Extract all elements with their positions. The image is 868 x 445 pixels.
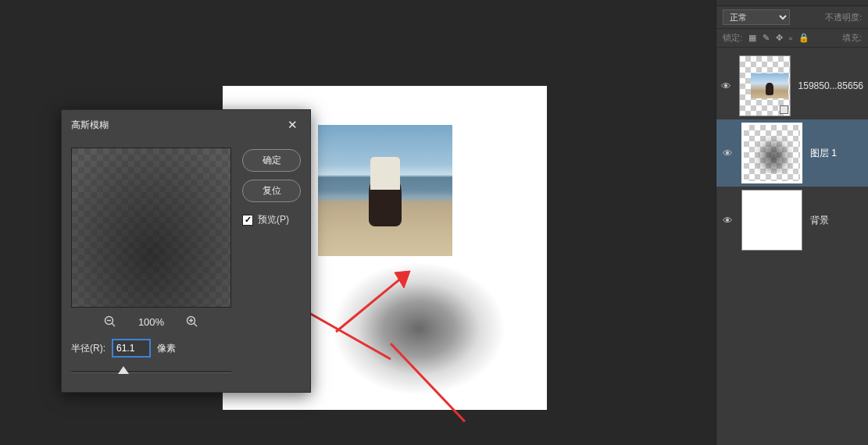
layer-thumbnail[interactable] xyxy=(741,123,802,183)
lock-move-icon[interactable]: ✥ xyxy=(776,33,783,43)
visibility-icon[interactable]: 👁 xyxy=(721,80,731,92)
layer-thumbnail[interactable] xyxy=(741,190,802,251)
beach-photo xyxy=(318,125,452,256)
layer-row[interactable]: 👁 图层 1 xyxy=(716,119,868,187)
reset-button[interactable]: 复位 xyxy=(242,180,301,202)
preview-checkbox-label: 预览(P) xyxy=(258,213,289,226)
radius-input[interactable] xyxy=(112,339,151,358)
dialog-titlebar[interactable]: 高斯模糊 ✕ xyxy=(62,110,310,140)
lock-transparency-icon[interactable]: ▦ xyxy=(748,33,756,43)
lock-label: 锁定: xyxy=(723,32,742,44)
layer-name[interactable]: 背景 xyxy=(810,214,829,227)
dialog-title: 高斯模糊 xyxy=(71,119,109,132)
close-icon[interactable]: ✕ xyxy=(284,116,301,134)
opacity-label: 不透明度: xyxy=(825,12,862,23)
lock-all-icon[interactable]: 🔒 xyxy=(798,33,809,43)
annotation-arrow-2 xyxy=(328,262,422,340)
gaussian-blur-dialog: 高斯模糊 ✕ 100% 半径(R): 像素 xyxy=(61,109,311,393)
preview-checkbox[interactable]: ✓ xyxy=(242,215,253,226)
layer-name[interactable]: 图层 1 xyxy=(810,147,837,160)
layer-name[interactable]: 159850...85656 xyxy=(798,80,863,91)
zoom-percent: 100% xyxy=(138,316,164,328)
visibility-icon[interactable]: 👁 xyxy=(721,148,734,159)
lock-artboard-icon[interactable]: ▫ xyxy=(789,34,792,43)
svg-line-2 xyxy=(336,277,402,332)
ok-button[interactable]: 确定 xyxy=(242,149,301,172)
fill-label: 填充: xyxy=(842,32,862,44)
zoom-out-icon[interactable] xyxy=(104,315,116,328)
panel-tabs[interactable] xyxy=(716,0,868,6)
zoom-in-icon[interactable] xyxy=(186,315,198,328)
filter-preview[interactable] xyxy=(71,148,231,308)
layer-row[interactable]: 👁 背景 xyxy=(716,187,868,254)
layer-row[interactable]: 👁 159850...85656 xyxy=(716,52,868,119)
svg-marker-3 xyxy=(395,271,410,288)
visibility-icon[interactable]: 👁 xyxy=(721,215,734,226)
lock-brush-icon[interactable]: ✎ xyxy=(763,33,770,43)
smart-object-badge xyxy=(780,105,788,114)
radius-unit: 像素 xyxy=(157,342,176,355)
radius-slider[interactable] xyxy=(71,367,231,378)
blend-mode-select[interactable]: 正常 xyxy=(723,9,790,25)
annotation-arrow-3 xyxy=(387,340,480,433)
svg-line-4 xyxy=(391,344,465,422)
svg-line-6 xyxy=(112,323,115,326)
radius-label: 半径(R): xyxy=(71,342,105,355)
slider-thumb[interactable] xyxy=(118,366,129,374)
layers-panel: 正常 不透明度: 锁定: ▦ ✎ ✥ ▫ 🔒 填充: 👁 159850...85… xyxy=(716,0,868,445)
svg-line-9 xyxy=(194,323,197,326)
layer-thumbnail[interactable] xyxy=(739,55,790,116)
